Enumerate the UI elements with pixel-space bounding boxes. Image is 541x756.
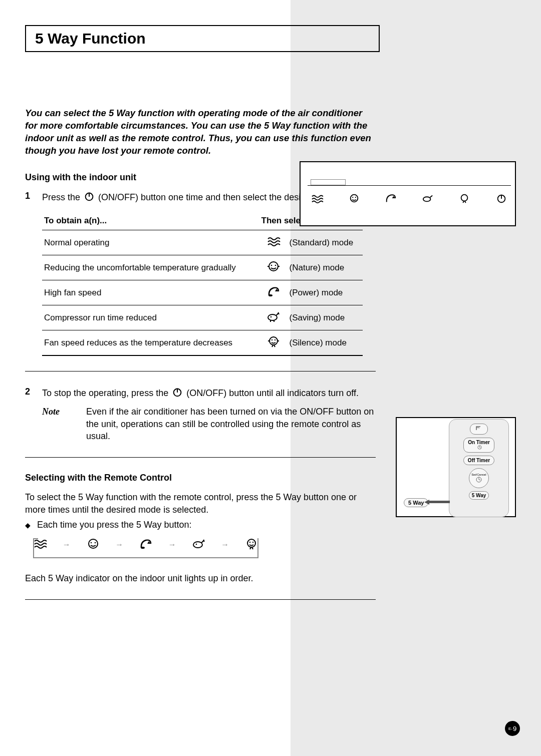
remote-paragraph: To select the 5 Way function with the re…: [25, 491, 376, 516]
svg-point-29: [423, 197, 431, 201]
arrow-icon: →: [115, 540, 123, 549]
svg-point-26: [350, 195, 358, 202]
step-2: 2 To stop the operating, press the (ON/O…: [25, 387, 376, 442]
svg-point-25: [252, 542, 253, 543]
svg-point-13: [271, 339, 272, 340]
svg-point-7: [268, 294, 273, 296]
unit-panel-box: [311, 179, 346, 185]
svg-point-4: [275, 265, 276, 266]
silence-icon: [455, 193, 474, 206]
obtain-cell: High fan speed: [42, 280, 259, 305]
divider: [25, 457, 376, 458]
remote-bullet-text: Each time you press the 5 Way button:: [37, 520, 192, 530]
unit-icon-row: [308, 185, 511, 206]
saving-icon: [418, 193, 437, 206]
note-body: Even if the air conditioner has been tur…: [86, 406, 376, 442]
svg-point-28: [355, 197, 356, 198]
obtain-cell: Fan speed reduces as the temperature dec…: [42, 330, 259, 356]
pointer-line: [427, 501, 450, 503]
silence-icon: [244, 538, 258, 552]
note-row: Note Even if the air conditioner has bee…: [42, 406, 376, 442]
svg-point-17: [89, 539, 98, 548]
bullet-icon: ◆: [25, 520, 37, 530]
cycle-diagram: → → → →: [33, 536, 258, 563]
svg-point-30: [461, 195, 468, 201]
remote-after-text: Each 5 Way indicator on the indoor unit …: [25, 572, 376, 584]
intro-paragraph: You can select the 5 Way function with o…: [25, 107, 376, 157]
table-row: Normal operating (Standard) mode: [42, 230, 363, 255]
power-icon: [172, 387, 183, 401]
silence-icon: [259, 330, 288, 356]
mode-cell: (Silence) mode: [288, 330, 363, 356]
remote-control-figure: On Timer Off Timer Set/Cancel 5 Way 5 Wa…: [396, 417, 516, 517]
obtain-cell: Compressor run time reduced: [42, 305, 259, 330]
on-timer-label: On Timer: [468, 440, 490, 445]
arrow-icon: →: [221, 540, 229, 549]
step2-text-pre: To stop the operating, press the: [42, 388, 168, 398]
page-number: 9: [513, 725, 516, 732]
nature-icon: [86, 538, 100, 552]
svg-point-23: [247, 539, 255, 547]
svg-point-22: [195, 544, 197, 545]
saving-icon: [192, 538, 206, 552]
divider: [25, 599, 376, 600]
svg-point-21: [193, 542, 202, 548]
table-header-obtain: To obtain a(n)...: [42, 212, 259, 230]
remote-body: On Timer Off Timer Set/Cancel 5 Way: [449, 419, 509, 517]
step1-text-pre: Press the: [42, 192, 80, 202]
svg-point-24: [249, 542, 250, 543]
mode-table: To obtain a(n)... Then select... Normal …: [42, 212, 363, 356]
standard-icon: [259, 230, 288, 255]
mode-cell: (Power) mode: [288, 280, 363, 305]
step-number: 2: [25, 387, 42, 397]
svg-point-27: [352, 197, 353, 198]
clock-icon: [475, 476, 482, 483]
note-label: Note: [42, 406, 86, 442]
table-row: High fan speed (Power) mode: [42, 280, 363, 305]
power-mode-icon: [139, 538, 153, 552]
table-row: Fan speed reduces as the temperature dec…: [42, 330, 363, 356]
step-number: 1: [25, 191, 42, 201]
remote-top-button: [470, 424, 488, 435]
page-prefix: E-: [508, 726, 512, 731]
mode-cell: (Nature) mode: [288, 255, 363, 280]
page: 5 Way Function You can select the 5 Way …: [0, 0, 541, 756]
set-cancel-button: Set/Cancel: [469, 468, 489, 488]
svg-point-19: [94, 542, 96, 544]
nature-icon: [259, 255, 288, 280]
svg-point-2: [269, 262, 278, 271]
clock-icon: [477, 445, 482, 451]
svg-point-8: [268, 314, 277, 320]
step-body: To stop the operating, press the (ON/OFF…: [42, 387, 376, 442]
step2-text-post: (ON/OFF) button until all indicators tur…: [186, 388, 359, 398]
power-mode-icon: [259, 280, 288, 305]
mode-cell: (Saving) mode: [288, 305, 363, 330]
obtain-cell: Normal operating: [42, 230, 259, 255]
svg-point-9: [270, 316, 272, 318]
mode-cell: (Standard) mode: [288, 230, 363, 255]
svg-point-14: [274, 339, 275, 340]
off-timer-button: Off Timer: [463, 456, 494, 465]
nature-icon: [345, 193, 364, 206]
arrow-icon: →: [63, 540, 71, 549]
table-row: Reducing the uncomfortable temperature g…: [42, 255, 363, 280]
arrow-icon: →: [168, 540, 176, 549]
divider: [25, 371, 376, 371]
page-number-badge: E-9: [505, 721, 520, 736]
title-box: 5 Way Function: [25, 25, 380, 52]
power-icon: [492, 193, 511, 206]
obtain-cell: Reducing the uncomfortable temperature g…: [42, 255, 259, 280]
remote-bullet-row: ◆ Each time you press the 5 Way button:: [25, 520, 376, 530]
svg-point-12: [269, 337, 278, 345]
table-row: Compressor run time reduced (Saving) mod…: [42, 305, 363, 330]
svg-point-20: [141, 547, 145, 549]
svg-point-18: [90, 542, 92, 544]
power-icon: [84, 191, 95, 205]
page-title: 5 Way Function: [35, 30, 370, 47]
indoor-unit-figure: [300, 161, 516, 226]
svg-point-3: [270, 265, 272, 266]
five-way-button: 5 Way: [469, 491, 489, 500]
power-mode-icon: [381, 193, 400, 206]
standard-icon: [308, 193, 327, 206]
on-timer-button: On Timer: [463, 438, 494, 453]
